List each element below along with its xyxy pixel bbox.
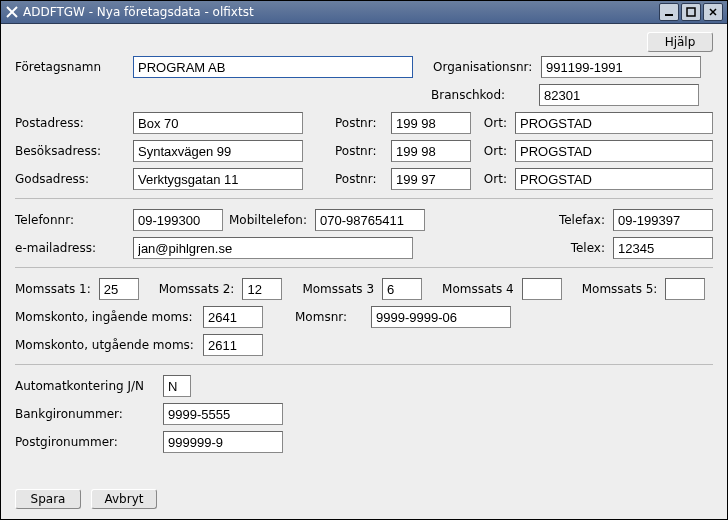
input-gods-ort[interactable] — [515, 168, 713, 190]
label-momssats2: Momssats 2: — [159, 282, 235, 296]
input-postgiro[interactable] — [163, 431, 283, 453]
input-foretagsnamn[interactable] — [133, 56, 413, 78]
cancel-button[interactable]: Avbryt — [91, 489, 157, 509]
input-branschkod[interactable] — [539, 84, 699, 106]
close-button[interactable] — [703, 3, 723, 21]
label-postnr-2: Postnr: — [335, 144, 383, 158]
input-momskonto-ut[interactable] — [203, 334, 263, 356]
label-momskonto-in: Momskonto, ingående moms: — [15, 310, 195, 324]
client-area: Hjälp Företagsnamn Organisationsnr: Bran… — [1, 24, 727, 469]
input-organisationsnr[interactable] — [541, 56, 701, 78]
separator-1 — [15, 198, 713, 199]
input-post-nr[interactable] — [391, 112, 471, 134]
window-frame: ADDFTGW - Nya företagsdata - olfixtst Hj… — [0, 0, 728, 520]
label-telefax: Telefax: — [559, 213, 605, 227]
input-momssats3[interactable] — [382, 278, 422, 300]
label-postgiro: Postgironummer: — [15, 435, 155, 449]
label-telefonnr: Telefonnr: — [15, 213, 125, 227]
input-besok-nr[interactable] — [391, 140, 471, 162]
input-besok-ort[interactable] — [515, 140, 713, 162]
label-ort-2: Ort: — [477, 144, 507, 158]
svg-rect-3 — [687, 8, 695, 16]
label-automatkontering: Automatkontering J/N — [15, 379, 155, 393]
window-title: ADDFTGW - Nya företagsdata - olfixtst — [23, 5, 659, 19]
label-bankgiro: Bankgironummer: — [15, 407, 155, 421]
separator-3 — [15, 364, 713, 365]
button-bar: Spara Avbryt — [1, 481, 727, 519]
help-button[interactable]: Hjälp — [647, 32, 713, 52]
input-post-ort[interactable] — [515, 112, 713, 134]
input-momskonto-in[interactable] — [203, 306, 263, 328]
label-telex: Telex: — [571, 241, 605, 255]
label-mobiltelefon: Mobiltelefon: — [229, 213, 307, 227]
label-foretagsnamn: Företagsnamn — [15, 60, 125, 74]
svg-rect-2 — [665, 14, 673, 16]
input-momssats1[interactable] — [99, 278, 139, 300]
label-godsadress: Godsadress: — [15, 172, 125, 186]
label-besoksadress: Besöksadress: — [15, 144, 125, 158]
label-momssats5: Momssats 5: — [582, 282, 658, 296]
minimize-button[interactable] — [659, 3, 679, 21]
label-branschkod: Branschkod: — [431, 88, 531, 102]
input-gods-adr[interactable] — [133, 168, 303, 190]
label-ort-3: Ort: — [477, 172, 507, 186]
input-post-adr[interactable] — [133, 112, 303, 134]
input-telefax[interactable] — [613, 209, 713, 231]
input-momssats2[interactable] — [242, 278, 282, 300]
label-postnr-1: Postnr: — [335, 116, 383, 130]
label-postnr-3: Postnr: — [335, 172, 383, 186]
input-bankgiro[interactable] — [163, 403, 283, 425]
label-momskonto-ut: Momskonto, utgående moms: — [15, 338, 195, 352]
app-icon — [5, 5, 19, 19]
label-ort-1: Ort: — [477, 116, 507, 130]
save-button[interactable]: Spara — [15, 489, 81, 509]
label-momsnr: Momsnr: — [295, 310, 347, 324]
label-momssats1: Momssats 1: — [15, 282, 91, 296]
titlebar: ADDFTGW - Nya företagsdata - olfixtst — [1, 1, 727, 24]
input-telex[interactable] — [613, 237, 713, 259]
input-besok-adr[interactable] — [133, 140, 303, 162]
input-telefon[interactable] — [133, 209, 223, 231]
input-momssats5[interactable] — [665, 278, 705, 300]
label-organisationsnr: Organisationsnr: — [433, 60, 533, 74]
input-automatkontering[interactable] — [163, 375, 191, 397]
label-momssats4: Momssats 4 — [442, 282, 514, 296]
label-momssats3: Momssats 3 — [302, 282, 374, 296]
input-momssats4[interactable] — [522, 278, 562, 300]
input-mobil[interactable] — [315, 209, 425, 231]
input-email[interactable] — [133, 237, 413, 259]
maximize-button[interactable] — [681, 3, 701, 21]
input-momsnr[interactable] — [371, 306, 511, 328]
separator-2 — [15, 267, 713, 268]
input-gods-nr[interactable] — [391, 168, 471, 190]
label-email: e-mailadress: — [15, 241, 125, 255]
label-postadress: Postadress: — [15, 116, 125, 130]
